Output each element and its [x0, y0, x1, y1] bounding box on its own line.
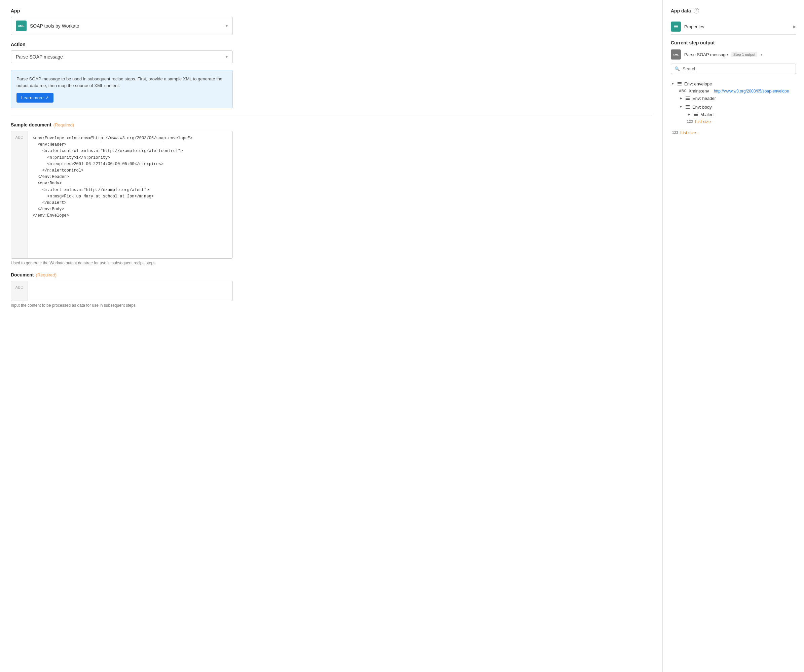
document-required: (Required): [36, 272, 56, 277]
info-description: Parse SOAP message to be used in subsequ…: [16, 76, 227, 89]
env-header-label: Env: header: [692, 96, 716, 101]
svg-rect-8: [686, 99, 690, 100]
properties-chevron-icon: ▶: [793, 24, 796, 29]
search-icon: 🔍: [675, 66, 680, 71]
tree-row-list-size-outer[interactable]: 123 List size: [671, 129, 796, 136]
left-panel: App XML SOAP tools by Workato ▾ Action P…: [0, 0, 663, 672]
env-body-label: Env: body: [692, 104, 712, 110]
code-content[interactable]: <env:Envelope xmlns:env="http://www.w3.o…: [28, 131, 232, 258]
doc-content[interactable]: [28, 281, 232, 301]
svg-rect-2: [674, 28, 678, 28]
svg-rect-1: [674, 26, 678, 27]
gutter-label: ABC: [15, 135, 23, 139]
step-dropdown-icon[interactable]: ▾: [761, 52, 763, 57]
m-alert-list-icon: [693, 112, 698, 117]
app-icon: XML: [16, 21, 26, 31]
app-select-wrapper: XML SOAP tools by Workato ▾: [11, 17, 652, 35]
action-select-inner: Parse SOAP message: [16, 54, 63, 60]
sample-doc-header: Sample document (Required): [11, 122, 652, 127]
tree-container: ▼ Env: envelope ABC Xm: [671, 79, 796, 136]
list-icon: [671, 21, 681, 32]
tree-row-m-alert[interactable]: ▶ M:alert: [687, 111, 796, 118]
right-panel: App data ? Properties ▶ Current step out…: [663, 0, 804, 672]
step-badge: Step 1 output: [731, 52, 757, 57]
external-link-icon: ↗: [45, 95, 49, 100]
app-section-label: App: [11, 8, 652, 13]
xmlns-env-value: http://www.w3.org/2003/05/soap-envelope: [714, 89, 789, 93]
step-xml-icon: XML: [671, 49, 681, 60]
app-chevron-icon: ▾: [226, 24, 228, 28]
tree-item-env-body: ▼ Env: body: [679, 102, 796, 126]
env-body-children: ▶ M:alert: [679, 111, 796, 125]
svg-rect-0: [674, 25, 678, 26]
sample-doc-label: Sample document: [11, 122, 51, 127]
step-output-label: Parse SOAP message: [684, 52, 728, 57]
tree-row-xmlns-env[interactable]: ABC Xmlns:env http://www.w3.org/2003/05/…: [679, 88, 796, 95]
sample-doc-helper: Used to generate the Workato output data…: [11, 261, 652, 265]
doc-gutter-label: ABC: [15, 285, 23, 289]
action-section-label: Action: [11, 42, 652, 47]
svg-rect-7: [686, 98, 690, 99]
xmlns-env-label: Xmlns:env: [689, 88, 709, 93]
properties-label: Properties: [684, 24, 704, 29]
env-header-list-icon: [685, 96, 690, 101]
env-body-list-icon: [685, 104, 690, 110]
step-output-row: XML Parse SOAP message Step 1 output ▾: [671, 49, 796, 60]
list-size-outer-badge: 123: [672, 131, 678, 135]
tree-item-env-envelope: ▼ Env: envelope ABC Xm: [671, 79, 796, 128]
action-chevron-icon: ▾: [226, 54, 228, 59]
m-alert-label: M:alert: [700, 112, 714, 117]
doc-gutter: ABC: [11, 281, 28, 301]
search-input[interactable]: [683, 66, 792, 71]
m-alert-toggle[interactable]: ▶: [687, 113, 691, 116]
sample-doc-required: (Required): [54, 122, 74, 127]
document-helper: Input the content to be processed as dat…: [11, 303, 652, 308]
action-select[interactable]: Parse SOAP message ▾: [11, 51, 233, 63]
code-gutter: ABC: [11, 131, 28, 258]
help-icon[interactable]: ?: [694, 8, 699, 13]
svg-rect-14: [694, 115, 698, 116]
env-envelope-label: Env: envelope: [684, 82, 712, 86]
tree-row-env-header[interactable]: ▶ Env: header: [679, 95, 796, 102]
svg-rect-13: [694, 114, 698, 115]
learn-more-button[interactable]: Learn more ↗: [16, 93, 54, 103]
document-label: Document: [11, 272, 34, 277]
search-box: 🔍: [671, 64, 796, 74]
svg-rect-5: [678, 85, 681, 85]
action-select-wrapper: Parse SOAP message ▾: [11, 51, 652, 63]
app-select-inner: XML SOAP tools by Workato: [16, 21, 79, 31]
env-header-toggle[interactable]: ▶: [679, 96, 683, 100]
env-body-toggle[interactable]: ▼: [679, 105, 683, 109]
properties-row[interactable]: Properties ▶: [671, 19, 796, 35]
action-selected-value: Parse SOAP message: [16, 54, 63, 60]
svg-rect-9: [686, 105, 690, 106]
tree-row-list-size-inner[interactable]: 123 List size: [687, 118, 796, 125]
main-container: App XML SOAP tools by Workato ▾ Action P…: [0, 0, 804, 672]
list-size-outer-label: List size: [680, 130, 696, 135]
app-data-header: App data ?: [671, 8, 796, 13]
env-envelope-children: ABC Xmlns:env http://www.w3.org/2003/05/…: [671, 88, 796, 126]
list-size-inner-label: List size: [695, 119, 711, 124]
list-size-inner-badge: 123: [687, 120, 693, 124]
tree-row-env-body[interactable]: ▼ Env: body: [679, 103, 796, 111]
env-envelope-toggle[interactable]: ▼: [671, 82, 675, 86]
svg-rect-10: [686, 107, 690, 107]
current-step-title: Current step output: [671, 40, 796, 46]
document-editor[interactable]: ABC: [11, 281, 233, 301]
svg-rect-12: [694, 113, 698, 113]
xmlns-env-badge: ABC: [679, 89, 686, 93]
app-selected-value: SOAP tools by Workato: [30, 23, 79, 29]
svg-rect-6: [686, 96, 690, 97]
app-select[interactable]: XML SOAP tools by Workato ▾: [11, 17, 233, 35]
env-envelope-list-icon: [677, 81, 682, 86]
svg-rect-4: [678, 83, 681, 84]
svg-rect-11: [686, 108, 690, 109]
info-box: Parse SOAP message to be used in subsequ…: [11, 70, 233, 108]
document-header: Document (Required): [11, 272, 652, 277]
sample-doc-editor[interactable]: ABC <env:Envelope xmlns:env="http://www.…: [11, 131, 233, 259]
app-data-title: App data: [671, 8, 691, 13]
tree-row-env-envelope[interactable]: ▼ Env: envelope: [671, 80, 796, 88]
svg-rect-3: [678, 82, 681, 83]
